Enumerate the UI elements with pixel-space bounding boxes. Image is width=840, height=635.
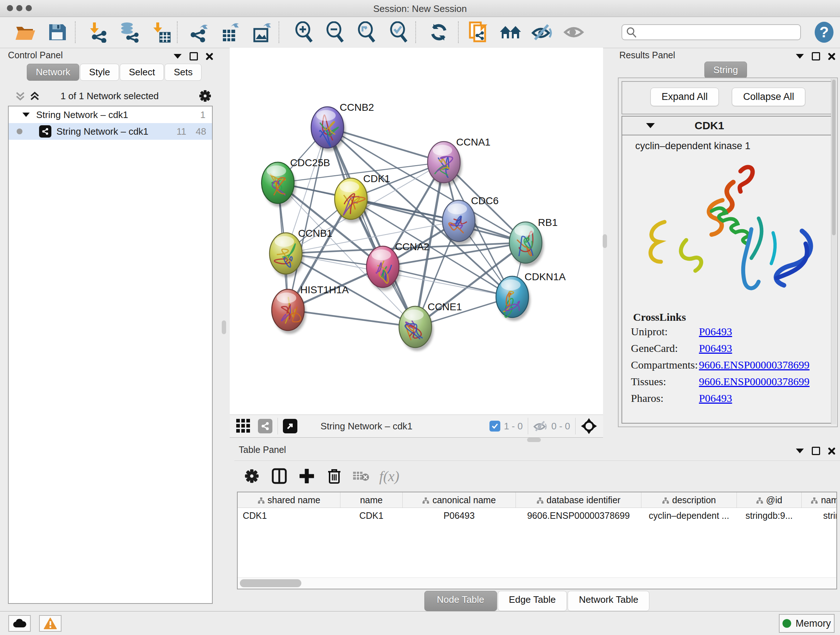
save-session-button[interactable] — [44, 20, 70, 44]
tab-edge-table[interactable]: Edge Table — [498, 591, 567, 611]
entry-name: CDK1 — [695, 119, 724, 132]
float-panel-icon[interactable] — [189, 52, 198, 60]
hide-selected-button[interactable] — [530, 20, 555, 44]
table-cell[interactable]: stringdb:9... — [737, 508, 802, 524]
graph-node-CCNE1[interactable]: CCNE1 — [399, 301, 462, 351]
entry-expander-icon[interactable] — [646, 123, 655, 128]
birdseye-crosshair-icon[interactable] — [581, 418, 597, 434]
network-canvas[interactable]: CCNB2CCNA1CDC25BCDK1CDC6RB1CCNB1CCNA2CDK… — [230, 48, 603, 415]
delete-table-button[interactable] — [349, 464, 373, 488]
zoom-in-button[interactable] — [291, 20, 317, 44]
import-table-file-button[interactable] — [149, 20, 174, 44]
right-splitter-handle[interactable] — [603, 234, 607, 248]
graph-node-CDC25B[interactable]: CDC25B — [262, 157, 330, 207]
crosslink-link[interactable]: P06493 — [699, 325, 732, 338]
search-input[interactable] — [637, 27, 790, 38]
graph-node-RB1[interactable]: RB1 — [509, 217, 557, 266]
tab-node-table[interactable]: Node Table — [424, 591, 497, 611]
table-cell[interactable]: 9606.ENSP00000378699 — [516, 508, 641, 524]
export-image-button[interactable] — [249, 20, 275, 44]
home-button[interactable] — [498, 20, 523, 44]
svg-text:?: ? — [819, 24, 829, 41]
tab-network-table[interactable]: Network Table — [568, 591, 649, 611]
network-collection-row[interactable]: String Network – cdk1 1 — [9, 106, 212, 123]
column-header-namespace[interactable]: namespace — [802, 492, 837, 508]
graph-node-HIST1H1A[interactable]: HIST1H1A — [272, 284, 349, 334]
graph-node-CDC6[interactable]: CDC6 — [442, 195, 499, 245]
selected-checkbox-icon[interactable] — [489, 421, 500, 432]
cloud-button[interactable] — [8, 615, 31, 632]
expand-all-button[interactable]: Expand All — [651, 88, 719, 106]
graph-edge-HIST1H1A-CCNE1[interactable] — [288, 310, 415, 327]
table-hscrollbar[interactable] — [238, 578, 836, 589]
crosslink-link[interactable]: P06493 — [699, 342, 732, 355]
collapse-all-button[interactable]: Collapse All — [732, 88, 805, 106]
tab-style[interactable]: Style — [80, 64, 119, 81]
network-row[interactable]: String Network – cdk1 11 48 — [9, 123, 212, 140]
warnings-button[interactable] — [39, 615, 62, 632]
graph-edge-CCNB2-CCNE1[interactable] — [327, 127, 415, 327]
import-network-file-button[interactable] — [85, 20, 111, 44]
table-row[interactable]: CDK1CDK1P064939606.ENSP00000378699cyclin… — [238, 508, 837, 524]
tab-sets[interactable]: Sets — [164, 64, 202, 81]
panel-menu-icon[interactable] — [796, 448, 804, 453]
float-panel-icon[interactable] — [812, 447, 820, 455]
zoom-out-button[interactable] — [322, 20, 347, 44]
column-header-name[interactable]: name — [340, 492, 403, 508]
graph-node-CCNA1[interactable]: CCNA1 — [428, 136, 491, 186]
graph-edge-CCNA2-CDKN1A[interactable] — [383, 267, 512, 297]
zoom-selected-button[interactable] — [386, 20, 411, 44]
table-cell[interactable]: CDK1 — [238, 508, 340, 524]
panel-menu-icon[interactable] — [174, 54, 182, 59]
graph-node-CCNA2[interactable]: CCNA2 — [366, 241, 429, 291]
shared-column-icon — [257, 497, 265, 504]
delete-column-button[interactable] — [323, 464, 346, 488]
control-panel-title: Control Panel — [8, 50, 63, 60]
table-cell[interactable]: stringdb — [802, 508, 837, 524]
table-cell[interactable]: P06493 — [403, 508, 516, 524]
close-panel-icon[interactable] — [828, 448, 835, 455]
tab-select[interactable]: Select — [120, 64, 164, 81]
results-scrollbar[interactable] — [831, 79, 836, 424]
float-panel-icon[interactable] — [812, 52, 820, 60]
column-header-shared-name[interactable]: shared name — [238, 492, 340, 508]
export-table-button[interactable] — [218, 20, 243, 44]
network-badge-icon[interactable] — [258, 419, 272, 433]
memory-button[interactable]: Memory — [779, 614, 835, 633]
export-network-button[interactable] — [187, 20, 212, 44]
crosslink-link[interactable]: P06493 — [699, 392, 732, 404]
show-columns-button[interactable] — [268, 464, 291, 488]
column-header-description[interactable]: description — [641, 492, 737, 508]
tab-network[interactable]: Network — [27, 64, 79, 81]
close-panel-icon[interactable] — [828, 53, 835, 60]
column-header--id[interactable]: @id — [737, 492, 802, 508]
table-splitter-handle[interactable] — [527, 438, 541, 442]
graph-node-CDKN1A[interactable]: CDKN1A — [496, 271, 566, 321]
close-panel-icon[interactable] — [206, 53, 213, 60]
import-network-database-button[interactable] — [116, 20, 141, 44]
zoom-fit-button[interactable] — [354, 20, 379, 44]
graph-node-CCNB2[interactable]: CCNB2 — [311, 102, 374, 151]
crosslink-link[interactable]: 9606.ENSP00000378699 — [699, 375, 810, 388]
column-header-database-identifier[interactable]: database identifier — [516, 492, 641, 508]
cdk1-entry-header[interactable]: CDK1 — [622, 117, 834, 135]
function-builder-button[interactable]: f(x) — [378, 464, 401, 488]
panel-menu-icon[interactable] — [796, 54, 804, 59]
grid-view-icon[interactable] — [235, 418, 251, 434]
open-file-button[interactable] — [13, 20, 38, 44]
table-cell[interactable]: cyclin–dependent ... — [641, 508, 737, 524]
left-splitter-handle[interactable] — [222, 320, 226, 334]
help-button[interactable]: ? — [812, 20, 837, 44]
create-column-button[interactable] — [295, 464, 318, 488]
collection-expander-icon[interactable] — [22, 112, 30, 117]
tab-string[interactable]: String — [704, 62, 747, 79]
refresh-button[interactable] — [426, 20, 452, 44]
crosslink-link[interactable]: 9606.ENSP00000378699 — [699, 359, 810, 371]
new-network-from-selection-button[interactable] — [466, 20, 491, 44]
show-all-button[interactable] — [561, 20, 586, 44]
detach-view-icon[interactable] — [283, 419, 297, 433]
table-cell[interactable]: CDK1 — [340, 508, 403, 524]
column-header-canonical-name[interactable]: canonical name — [403, 492, 516, 508]
gear-icon[interactable] — [199, 90, 211, 102]
table-options-button[interactable] — [240, 464, 264, 488]
